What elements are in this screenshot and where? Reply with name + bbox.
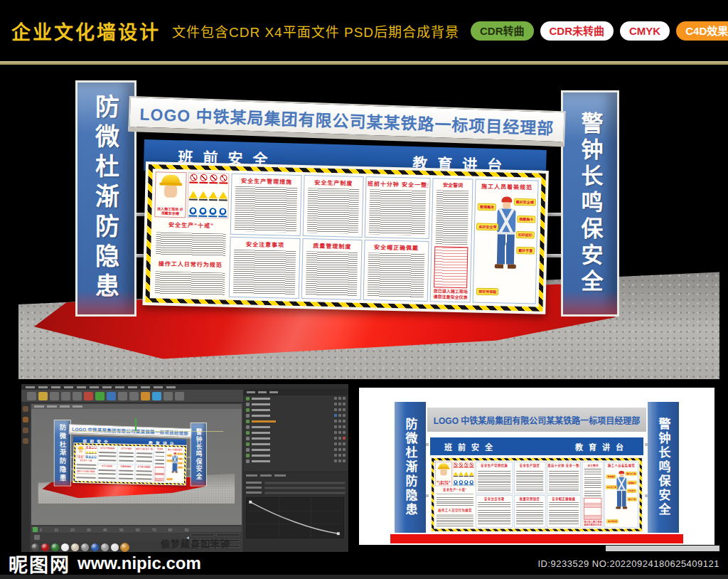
object-name-placeholder — [252, 432, 270, 434]
anti-theft-watermark: 偷梦藏身如笨钟 — [161, 536, 230, 550]
object-name-placeholder — [252, 455, 270, 457]
menu-item-placeholder — [90, 386, 99, 388]
safety-bulletin-board: 进入施工现场 必须戴安全帽 安全生产“十戒” 操作工人日常行为规范 — [142, 161, 548, 314]
board-column-2: 安全生产管理措施 安全注意事项 — [229, 174, 302, 299]
panel-title: 安全生产管理措施 — [477, 464, 512, 468]
toolbar-icon — [38, 392, 48, 400]
board-column-2: 安全生产管理措施 安全注意事项 — [97, 446, 117, 482]
object-type-icon — [246, 437, 250, 440]
prohibition-sign-icon — [464, 462, 469, 467]
object-name-placeholder — [252, 449, 270, 451]
material-swatch — [121, 543, 129, 551]
toolbar-icon — [61, 392, 70, 400]
object-name-placeholder — [252, 398, 270, 400]
material-swatch — [81, 543, 89, 551]
object-toggles — [334, 442, 346, 445]
badge-cdr-editable: CDR未转曲 — [540, 21, 614, 41]
toolbar-icon — [141, 392, 150, 400]
flat-company-header: LOGO 中铁某局集团有限公司某某铁路一标项目经理部 — [427, 408, 646, 432]
timeline-ticks: 0 10 20 30 40 50 60 70 80 90 — [31, 526, 242, 532]
dress-label: 佩戴胸卡 — [627, 481, 637, 484]
text-lines-placeholder — [437, 494, 473, 506]
panel-title-ten-rules: 安全生产“十戒” — [154, 220, 228, 229]
viewport-header — [31, 404, 242, 409]
text-lines-placeholder — [478, 469, 510, 492]
helmet-caption: 进入施工现场 必须戴安全帽 — [156, 206, 183, 216]
pillar-right: 警钟长鸣保安全 — [561, 90, 619, 317]
mandatory-sign-icon — [454, 480, 459, 485]
object-toggles — [334, 408, 346, 411]
object-row — [244, 418, 348, 424]
helmet-caption: 进入施工现场 必须戴安全帽 — [437, 480, 451, 485]
helmet-worker-portrait: 进入施工现场 必须戴安全帽 — [435, 462, 451, 486]
panel-production-system: 安全生产制度 — [514, 462, 545, 494]
warning-sign-icon — [469, 472, 474, 477]
safety-sign-grid — [453, 462, 475, 486]
text-lines-placeholder — [99, 450, 117, 462]
panel-title: 班前十分钟 安全一整天 — [547, 464, 579, 468]
c4d-left-tool-strip — [21, 403, 30, 552]
pillar-right-text: 警钟长鸣保安全 — [194, 428, 203, 480]
board-column-3: 安全生产制度 质量管理制度 — [514, 462, 545, 527]
dress-label: 戴好安全帽 — [177, 453, 183, 455]
warning-sign-icon — [218, 191, 228, 201]
panel-title: 质量管理制度 — [515, 496, 545, 501]
panel-safety-notes: 安全注意事项 — [476, 495, 513, 527]
warning-sign-icon — [459, 472, 464, 477]
panel-quality-system: 质量管理制度 — [514, 495, 545, 527]
prohibition-sign-icon — [209, 174, 218, 184]
dress-label: 戴好安全帽 — [514, 198, 536, 206]
toolbar-icon — [50, 392, 59, 400]
panel-title: 安全生产管理措施 — [233, 176, 299, 186]
warning-sign-icon — [464, 472, 469, 477]
worker-face-icon — [164, 186, 177, 198]
y-axis-gizmo — [135, 418, 136, 431]
text-lines-placeholder — [233, 249, 296, 294]
panel-title: 施工人员着装规范 — [478, 182, 537, 191]
toolbar-icon — [73, 392, 82, 400]
panel-dress-code: 施工人员着装规范 整理鬓发 系好安全带 穿好劳保鞋 戴好安全帽 佩戴胸卡 扣好纽… — [605, 462, 638, 527]
panel-title: 安全誓词 — [434, 181, 471, 188]
site-watermark-bar: 昵图网 www.nipic.com ID:9233529 NO:20220924… — [0, 552, 728, 575]
panel-quality-system: 质量管理制度 — [117, 464, 134, 482]
mandatory-sign-icon — [469, 480, 474, 485]
dress-label: 扣好纽扣 — [516, 231, 535, 239]
board-column-6: 施工人员着装规范 整理鬓发 系好安全带 穿好劳保鞋 戴好安全帽 佩戴胸卡 扣好纽… — [605, 462, 638, 527]
helmet-caption: 进入施工现场 必须戴安全帽 — [77, 455, 85, 458]
dress-label: 扣好纽扣 — [627, 489, 637, 492]
dress-label: 系好安全带 — [166, 460, 173, 462]
text-lines-placeholder — [119, 450, 133, 463]
dress-label: 系好安全带 — [476, 223, 498, 231]
safety-bulletin-board: 进入施工现场 必须戴安全帽 安全生产“十戒” 操作工人日常行为规范 — [430, 457, 643, 533]
menu-item-placeholder — [154, 386, 163, 388]
c4d-object-manager — [243, 388, 348, 552]
object-name-placeholder — [252, 409, 270, 411]
pillar-left-text: 防微杜渐防隐患 — [58, 424, 68, 483]
oath-red-box — [584, 498, 601, 520]
object-type-icon — [246, 414, 250, 418]
panel-safety-oath: 安全誓词 您已进入施工现场 请您注意安全仪表 — [582, 462, 604, 527]
toolbar-icon — [164, 392, 173, 400]
panel-title-ten-rules: 安全生产“十戒” — [435, 487, 474, 492]
panel-title: 安全注意事项 — [477, 496, 512, 501]
text-lines-placeholder — [436, 190, 469, 245]
flat-company-header-text: LOGO 中铁某局集团有限公司某某铁路一标项目经理部 — [434, 414, 641, 426]
dress-label: 戴好手套 — [178, 467, 183, 469]
pillar-right: 警钟长鸣保安全 — [191, 423, 207, 486]
menu-item-placeholder — [64, 386, 73, 388]
signs-section: 进入施工现场 必须戴安全帽 — [435, 462, 474, 486]
worker-figure — [615, 471, 628, 513]
menu-item-placeholder — [115, 386, 124, 388]
object-type-icon — [246, 397, 250, 400]
toolbar-icon — [118, 392, 127, 400]
panel-title: 质量管理制度 — [304, 241, 360, 250]
board-column-5: 安全誓词 您已进入施工现场 请您注意安全仪表 — [154, 447, 166, 482]
hazard-stripe-frame: 进入施工现场 必须戴安全帽 安全生产“十戒” 操作工人日常行为规范 — [146, 164, 546, 312]
board-column-1: 进入施工现场 必须戴安全帽 安全生产“十戒” 操作工人日常行为规范 — [153, 171, 230, 297]
company-header-beam: LOGO 中铁某局集团有限公司某某铁路一标项目经理部 — [128, 96, 565, 147]
worker-face-icon — [79, 450, 82, 453]
flat-banner-right-text: 教育讲台 — [575, 441, 629, 452]
figure-legs — [617, 491, 626, 506]
material-swatch — [71, 543, 79, 551]
red-helmet-icon — [501, 196, 512, 202]
